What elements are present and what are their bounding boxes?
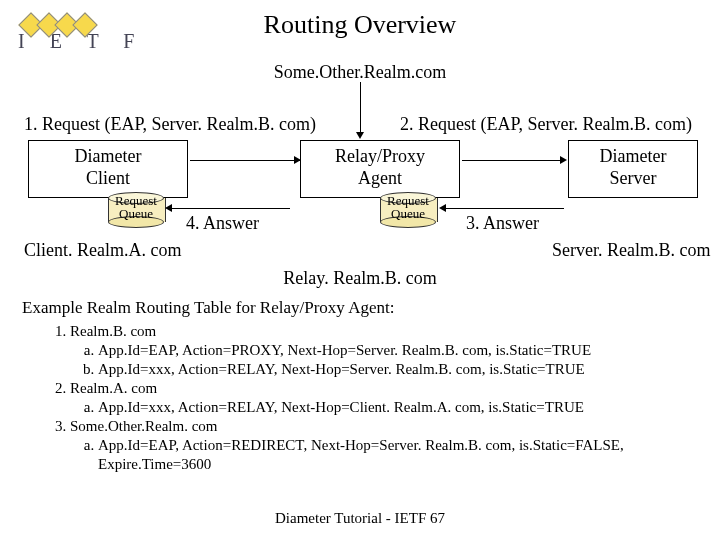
route-rule: App.Id=xxx, Action=RELAY, Next-Hop=Serve… xyxy=(98,360,700,379)
route-realm-3: Some.Other.Realm. com App.Id=EAP, Action… xyxy=(70,417,700,474)
arrow-ans3 xyxy=(444,208,564,209)
route-realm-1: Realm.B. com App.Id=EAP, Action=PROXY, N… xyxy=(70,322,700,379)
arrowhead-down-icon xyxy=(356,132,364,139)
arrow-ans4 xyxy=(170,208,290,209)
queue-label: Request Queue xyxy=(106,194,166,220)
footer: Diameter Tutorial - IETF 67 xyxy=(0,510,720,527)
routing-table-header: Example Realm Routing Table for Relay/Pr… xyxy=(22,298,394,318)
server-fqdn: Server. Realm.B. com xyxy=(552,240,710,261)
diameter-client-node: Diameter Client xyxy=(28,140,188,198)
queue-label: Request Queue xyxy=(378,194,438,220)
arrowhead-right-icon xyxy=(294,156,301,164)
arrowhead-right-icon xyxy=(560,156,567,164)
answer-4-label: 4. Answer xyxy=(186,213,259,234)
route-rule: App.Id=xxx, Action=RELAY, Next-Hop=Clien… xyxy=(98,398,700,417)
request-1-label: 1. Request (EAP, Server. Realm.B. com) xyxy=(24,114,316,135)
node-label: Diameter Client xyxy=(75,146,142,188)
client-queue-icon: Request Queue xyxy=(108,192,164,228)
relay-proxy-node: Relay/Proxy Agent xyxy=(300,140,460,198)
answer-3-label: 3. Answer xyxy=(466,213,539,234)
arrow-req2 xyxy=(462,160,562,161)
arrowhead-left-icon xyxy=(165,204,172,212)
arrow-topdown xyxy=(360,82,361,134)
diameter-server-node: Diameter Server xyxy=(568,140,698,198)
route-rule: App.Id=EAP, Action=PROXY, Next-Hop=Serve… xyxy=(98,341,700,360)
node-label: Relay/Proxy Agent xyxy=(335,146,425,188)
page-title: Routing Overview xyxy=(0,10,720,40)
routing-table: Realm.B. com App.Id=EAP, Action=PROXY, N… xyxy=(50,322,700,474)
route-rule: App.Id=EAP, Action=REDIRECT, Next-Hop=Se… xyxy=(98,436,700,474)
arrowhead-left-icon xyxy=(439,204,446,212)
top-realm-label: Some.Other.Realm.com xyxy=(0,62,720,83)
request-2-label: 2. Request (EAP, Server. Realm.B. com) xyxy=(400,114,692,135)
relay-fqdn: Relay. Realm.B. com xyxy=(0,268,720,289)
client-fqdn: Client. Realm.A. com xyxy=(24,240,181,261)
arrow-req1 xyxy=(190,160,300,161)
node-label: Diameter Server xyxy=(600,146,667,188)
relay-queue-icon: Request Queue xyxy=(380,192,436,228)
route-realm-2: Realm.A. com App.Id=xxx, Action=RELAY, N… xyxy=(70,379,700,417)
